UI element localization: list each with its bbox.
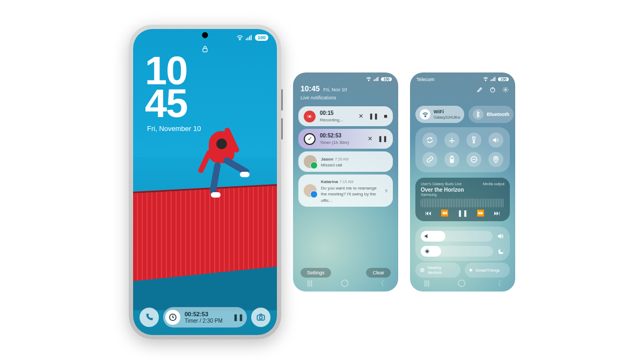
wifi-icon: [237, 35, 243, 40]
back-button[interactable]: 〈: [377, 279, 384, 288]
recents-button[interactable]: |||: [424, 279, 429, 288]
dnd-tile[interactable]: [466, 152, 481, 167]
svg-rect-17: [492, 79, 493, 81]
battery-pill: 100: [498, 77, 509, 81]
clear-button[interactable]: Clear: [366, 268, 391, 278]
status-bar: 100: [293, 72, 398, 82]
carrier-label: Telecom: [416, 77, 435, 82]
location-tile[interactable]: [488, 152, 503, 167]
nav-bar: ||| ◯ 〈: [293, 279, 398, 288]
svg-point-29: [422, 270, 423, 271]
svg-rect-13: [378, 77, 379, 81]
wifi-tile[interactable]: WiFiGalaxyS24Ultra: [415, 106, 464, 123]
shade-time: 10:45: [301, 84, 320, 93]
svg-point-30: [421, 268, 424, 272]
flashlight-tile[interactable]: [466, 133, 481, 148]
rotate-tile[interactable]: [422, 133, 437, 148]
missed-call-card[interactable]: Jason 7:20 AM Missed call: [298, 151, 393, 172]
clock-minutes: 45: [145, 88, 187, 120]
media-output[interactable]: Media output: [483, 182, 504, 186]
nearby-devices-button[interactable]: Nearby devices: [415, 263, 460, 278]
quick-panel: Telecom 100 WiFiGalaxyS24Ultra Bluetooth: [410, 72, 515, 292]
media-card[interactable]: User's Galaxy Buds Live Media output Ove…: [415, 178, 510, 221]
close-icon[interactable]: ✕: [368, 135, 372, 142]
recents-button[interactable]: |||: [307, 279, 312, 288]
airplane-tile[interactable]: [444, 133, 459, 148]
svg-point-27: [495, 158, 496, 159]
lock-date: Fri, November 10: [147, 125, 201, 133]
sound-tile[interactable]: [488, 133, 503, 148]
timer-widget[interactable]: 00:52:53 Timer / 2:30 PM ❚❚: [163, 307, 247, 327]
wifi-icon: [366, 77, 371, 81]
pause-icon[interactable]: ❚❚: [378, 135, 387, 142]
notification-shade: 100 10:45 Fri, Nov 10 Live notifications…: [293, 72, 398, 292]
phone-button[interactable]: [140, 308, 159, 327]
waveform[interactable]: [421, 199, 504, 207]
signal-icon: [491, 77, 496, 81]
tile-sub: GalaxyS24Ultra: [434, 115, 460, 119]
pause-icon[interactable]: ❚❚: [457, 209, 468, 217]
slider-panel: [415, 227, 510, 261]
bluetooth-tile[interactable]: Bluetooth: [469, 106, 514, 123]
cast-icon: [420, 267, 425, 273]
section-label: Live notifications: [293, 94, 398, 104]
svg-point-0: [239, 39, 240, 40]
svg-rect-19: [495, 77, 496, 81]
timer-card[interactable]: ✓ 00:52:53 Timer (1h 30m) ✕ ❚❚: [298, 129, 393, 149]
prev-track-icon[interactable]: ⏮: [425, 209, 431, 217]
brightness-slider[interactable]: [421, 246, 504, 257]
svg-point-15: [486, 80, 487, 81]
camera-icon: [257, 314, 265, 321]
signal-icon: [246, 35, 252, 40]
camera-button[interactable]: [251, 308, 270, 327]
svg-point-9: [369, 80, 370, 81]
home-button[interactable]: ◯: [341, 279, 349, 288]
rewind-icon[interactable]: ⏪: [441, 209, 449, 217]
message-card[interactable]: Katarina 7:15 AM Do you want me to rearr…: [298, 174, 393, 207]
smartthings-icon: ✱: [469, 268, 473, 273]
home-button[interactable]: ◯: [458, 279, 466, 288]
link-tile[interactable]: [422, 152, 437, 167]
edit-icon[interactable]: [477, 86, 483, 93]
close-icon[interactable]: ✕: [358, 113, 363, 120]
timer-time: 00:52:53: [320, 133, 363, 139]
contact-name: Jason: [321, 157, 333, 162]
lock-dock: 00:52:53 Timer / 2:30 PM ❚❚: [140, 307, 270, 327]
notif-time: 7:20 AM: [335, 157, 349, 161]
contact-name: Katarina: [321, 179, 338, 184]
forward-icon[interactable]: ⏩: [477, 209, 485, 217]
media-artist: Samsung: [421, 193, 504, 196]
back-button[interactable]: 〈: [494, 279, 501, 288]
pause-icon[interactable]: ❚❚: [369, 113, 378, 120]
wifi-icon: [420, 109, 430, 120]
timer-value: 00:52:53: [185, 311, 223, 317]
stop-icon[interactable]: ■: [384, 113, 387, 120]
battery-pill: 100: [255, 34, 268, 41]
media-device: User's Galaxy Buds Live: [421, 182, 462, 186]
power-icon[interactable]: [489, 86, 496, 93]
pause-icon[interactable]: ❚❚: [233, 314, 244, 321]
svg-rect-18: [493, 78, 494, 81]
settings-button[interactable]: Settings: [301, 268, 331, 278]
notif-count: 5: [385, 188, 387, 193]
volume-icon: [497, 233, 504, 239]
avatar: [304, 155, 317, 168]
volume-low-icon: [424, 234, 430, 239]
smartthings-button[interactable]: ✱ SmartThings: [465, 263, 510, 278]
gear-icon[interactable]: [502, 86, 509, 93]
battery-pill: 100: [381, 77, 392, 81]
svg-rect-3: [249, 37, 250, 40]
next-track-icon[interactable]: ⏭: [494, 209, 500, 217]
battery-tile[interactable]: [444, 152, 459, 167]
phone-mockup: 100 10 45 Fri, November 10 00:52:53 Time…: [129, 25, 281, 339]
svg-point-21: [505, 89, 507, 91]
svg-rect-5: [203, 48, 207, 52]
svg-rect-24: [451, 156, 452, 157]
record-icon: [304, 111, 316, 122]
volume-slider[interactable]: [421, 231, 504, 242]
svg-rect-25: [451, 159, 453, 162]
recording-card[interactable]: 00:15 Recording... ✕ ❚❚ ■: [298, 106, 393, 126]
lock-screen: 100 10 45 Fri, November 10 00:52:53 Time…: [133, 29, 277, 335]
svg-rect-12: [376, 78, 377, 81]
timer-label: Timer (1h 30m): [320, 140, 349, 145]
